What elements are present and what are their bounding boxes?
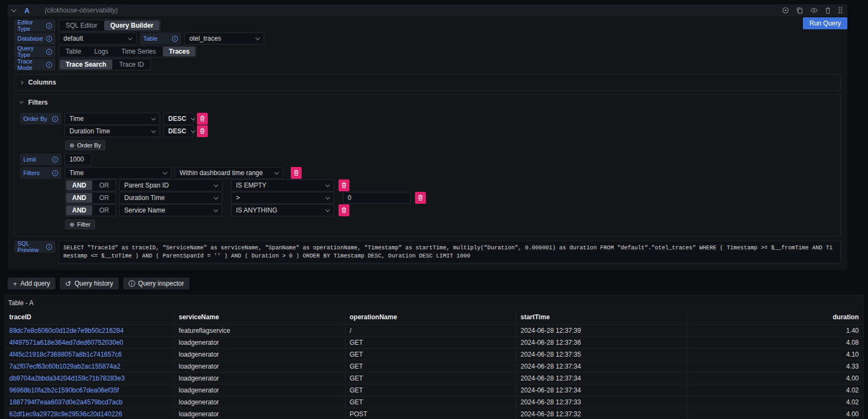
table-row: 7a2f07ecf63c60b1029ab2ac155874a2 loadgen… xyxy=(5,360,863,372)
add-filter-button[interactable]: ⊕ Filter xyxy=(65,220,95,229)
trace-id-link[interactable]: db9704a2bbda34204d159c71b78283e3 xyxy=(9,375,125,382)
column-header-traceid[interactable]: traceID xyxy=(5,310,174,325)
trace-id-link[interactable]: 4f497571a618e364ed7ded60752030e0 xyxy=(9,339,123,346)
service-name-cell: loadgenerator xyxy=(174,396,345,408)
info-icon[interactable]: i xyxy=(52,157,58,163)
duration-cell: 4.10 xyxy=(687,349,863,360)
filters-section-header[interactable]: Filters xyxy=(20,95,835,110)
time-filter-field-select[interactable]: Time xyxy=(65,167,171,179)
table-panel: Table - A traceID serviceName operationN… xyxy=(4,295,864,419)
hide-response-eye-icon[interactable] xyxy=(810,7,818,14)
or-option[interactable]: OR xyxy=(93,181,115,190)
trace-id-link[interactable]: 96968b10fa2b2c1590bc67dea06ef35f xyxy=(9,386,119,394)
info-icon[interactable]: i xyxy=(46,244,52,250)
trace-mode-option[interactable]: Trace Search xyxy=(60,60,112,69)
panel-title: Table - A xyxy=(5,295,863,310)
remove-filter-button[interactable] xyxy=(291,167,302,179)
drag-handle-icon[interactable] xyxy=(838,7,843,14)
trace-id-link[interactable]: 62df1ec9a29728c9e29536c20d140226 xyxy=(9,410,122,418)
order-by-field-select[interactable]: Time xyxy=(65,113,160,125)
order-by-label: Order Byi xyxy=(20,113,61,125)
table-row: 1887794f7eaa6037d0e2a4579bcd7acb loadgen… xyxy=(5,396,863,408)
info-icon[interactable]: i xyxy=(46,62,52,68)
filter-value-input[interactable]: 0 xyxy=(343,192,411,204)
and-option[interactable]: AND xyxy=(66,205,92,215)
operation-name-cell: / xyxy=(345,325,516,337)
column-header-servicename[interactable]: serviceName xyxy=(174,310,345,325)
limit-row: Limiti xyxy=(20,153,835,165)
service-name-cell: loadgenerator xyxy=(174,349,345,360)
or-option[interactable]: OR xyxy=(93,193,115,203)
filter-condition-row: AND OR Service Name IS ANYTHING xyxy=(65,204,835,216)
remove-order-by-button[interactable] xyxy=(197,125,208,137)
query-type-option[interactable]: Traces xyxy=(163,47,195,56)
remove-filter-button[interactable] xyxy=(415,192,426,204)
table-select[interactable]: otel_traces xyxy=(184,33,264,44)
query-history-button[interactable]: ↺ Query history xyxy=(60,278,118,289)
circle-plus-icon: ⊕ xyxy=(69,142,74,149)
info-icon[interactable]: i xyxy=(46,36,52,42)
order-by-row: Duration Time DESC xyxy=(20,125,835,137)
filter-operator-select[interactable]: > xyxy=(231,192,334,204)
time-filter-operator-select[interactable]: Within dashboard time range xyxy=(175,167,283,179)
query-ref-id: A xyxy=(24,7,29,15)
filter-field-select[interactable]: Duration Time xyxy=(119,192,222,204)
remove-filter-button[interactable] xyxy=(339,204,349,216)
collapse-query-chevron-icon[interactable] xyxy=(11,7,17,12)
trace-id-cell: 96968b10fa2b2c1590bc67dea06ef35f xyxy=(5,384,174,396)
info-icon[interactable]: i xyxy=(46,49,52,55)
service-name-cell: loadgenerator xyxy=(174,337,345,349)
info-icon[interactable]: i xyxy=(52,170,58,176)
query-type-option[interactable]: Logs xyxy=(88,47,114,56)
info-icon[interactable]: i xyxy=(46,23,52,29)
trace-mode-option[interactable]: Trace ID xyxy=(113,60,150,69)
columns-section: Columns xyxy=(14,74,841,91)
filter-operator-select[interactable]: IS EMPTY xyxy=(231,179,334,191)
sql-preview-label: SQL Previewi xyxy=(14,241,55,253)
service-name-cell: loadgenerator xyxy=(174,360,345,372)
trace-id-link[interactable]: 4f45c21918c73698057a8b1c741657c6 xyxy=(9,351,122,358)
database-select[interactable]: default xyxy=(59,33,137,44)
start-time-cell: 2024-06-28 12:37:34 xyxy=(516,372,687,384)
filter-field-select[interactable]: Parent Span ID xyxy=(119,179,222,191)
remove-order-by-button[interactable] xyxy=(197,113,208,125)
trace-id-link[interactable]: 89dc7e8c6060c0d12de7e9b50c216284 xyxy=(9,327,124,334)
columns-section-header[interactable]: Columns xyxy=(20,75,835,90)
remove-filter-button[interactable] xyxy=(339,179,349,191)
column-header-operationname[interactable]: operationName xyxy=(345,310,516,325)
order-by-field-select[interactable]: Duration Time xyxy=(65,125,160,137)
and-option[interactable]: AND xyxy=(66,181,92,190)
query-inspector-button[interactable]: i Query inspector xyxy=(123,278,190,289)
query-editor-panel: A (clickhouse-observability) Run Query E… xyxy=(8,4,847,270)
query-type-row: Query Typei TableLogsTime SeriesTraces xyxy=(14,46,841,57)
limit-input[interactable] xyxy=(65,153,92,165)
chevron-down-icon xyxy=(20,100,23,104)
column-header-duration[interactable]: duration xyxy=(687,310,863,325)
editor-type-option[interactable]: Query Builder xyxy=(104,21,159,30)
filter-operator-select[interactable]: IS ANYTHING xyxy=(231,204,334,216)
info-icon[interactable]: i xyxy=(52,116,58,122)
remove-query-trash-icon[interactable] xyxy=(825,7,831,14)
add-query-button[interactable]: + Add query xyxy=(8,278,55,289)
column-header-starttime[interactable]: startTime xyxy=(516,310,687,325)
order-by-direction-select[interactable]: DESC xyxy=(163,113,194,125)
add-order-by-button[interactable]: ⊕ Order By xyxy=(65,140,105,150)
help-icon[interactable] xyxy=(782,7,789,14)
editor-type-option[interactable]: SQL Editor xyxy=(60,21,103,30)
trace-id-link[interactable]: 1887794f7eaa6037d0e2a4579bcd7acb xyxy=(9,398,123,406)
history-icon: ↺ xyxy=(65,280,71,288)
table-row: 89dc7e8c6060c0d12de7e9b50c216284 feature… xyxy=(5,325,863,337)
and-option[interactable]: AND xyxy=(66,193,92,203)
duplicate-query-icon[interactable] xyxy=(796,7,803,14)
info-icon[interactable]: i xyxy=(172,36,178,42)
start-time-cell: 2024-06-28 12:37:39 xyxy=(516,325,687,337)
order-by-direction-select[interactable]: DESC xyxy=(163,125,194,137)
query-type-option[interactable]: Time Series xyxy=(116,47,162,56)
filter-field-select[interactable]: Service Name xyxy=(119,204,222,216)
trace-id-link[interactable]: 7a2f07ecf63c60b1029ab2ac155874a2 xyxy=(9,363,120,370)
run-query-button[interactable]: Run Query xyxy=(803,17,847,29)
query-type-option[interactable]: Table xyxy=(60,47,87,56)
or-option[interactable]: OR xyxy=(93,205,115,215)
chevron-down-icon xyxy=(326,207,330,211)
query-row-header: A (clickhouse-observability) xyxy=(8,4,847,16)
